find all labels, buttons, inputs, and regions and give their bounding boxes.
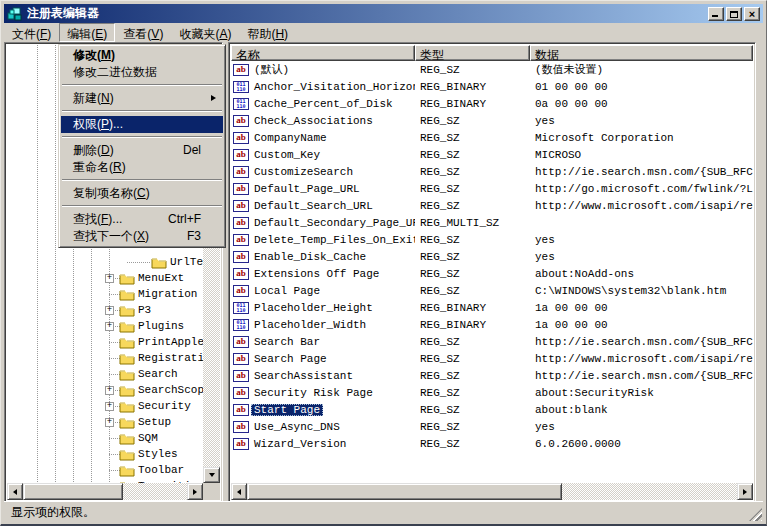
registry-value-row[interactable]: ab Default_Secondary_Page_URL REG_MULTI_… bbox=[231, 214, 753, 231]
scroll-right-button[interactable] bbox=[737, 483, 753, 500]
menubar-item-view[interactable]: 查看(V) bbox=[115, 23, 171, 42]
registry-value-row[interactable]: ab CompanyName REG_SZ Microsoft Corporat… bbox=[231, 129, 753, 146]
registry-value-row[interactable]: ab Start Page REG_SZ about:blank bbox=[231, 401, 753, 418]
expand-icon[interactable]: + bbox=[105, 322, 114, 331]
value-name[interactable]: Search Bar bbox=[251, 336, 323, 348]
expand-icon[interactable]: + bbox=[105, 274, 114, 283]
registry-value-row[interactable]: ab Delete_Temp_Files_On_Exit REG_SZ yes bbox=[231, 231, 753, 248]
expand-icon[interactable]: + bbox=[105, 386, 114, 395]
value-name[interactable]: Anchor_Visitation_Horizon bbox=[251, 81, 415, 93]
value-name[interactable]: Extensions Off Page bbox=[251, 268, 382, 280]
value-name[interactable]: Use_Async_DNS bbox=[251, 421, 343, 433]
menubar-item-help[interactable]: 帮助(H) bbox=[239, 23, 296, 42]
menu-item-new[interactable]: 新建(N) bbox=[61, 90, 223, 107]
menubar-item-file[interactable]: 文件(F) bbox=[4, 23, 59, 42]
menu-item-modify[interactable]: 修改(M) bbox=[61, 47, 223, 64]
registry-value-row[interactable]: ab Check_Associations REG_SZ yes bbox=[231, 112, 753, 129]
registry-value-row[interactable]: ab Local Page REG_SZ C:\WINDOWS\system32… bbox=[231, 282, 753, 299]
registry-value-row[interactable]: ab CustomizeSearch REG_SZ http://ie.sear… bbox=[231, 163, 753, 180]
scroll-right-button[interactable] bbox=[187, 483, 203, 500]
value-name[interactable]: Default_Secondary_Page_URL bbox=[251, 217, 415, 229]
scroll-down-button[interactable] bbox=[203, 467, 220, 483]
tree-item-search[interactable]: Search bbox=[7, 366, 203, 382]
menubar-item-edit[interactable]: 编辑(E) bbox=[59, 23, 115, 42]
registry-value-row[interactable]: ab Search Bar REG_SZ http://ie.search.ms… bbox=[231, 333, 753, 350]
tree-item-toolbar[interactable]: Toolbar bbox=[7, 462, 203, 478]
tree-item-menuext[interactable]: + MenuExt bbox=[7, 270, 203, 286]
string-value-icon: ab bbox=[233, 200, 249, 212]
registry-value-row[interactable]: 011110 Placeholder_Height REG_BINARY 1a … bbox=[231, 299, 753, 316]
registry-value-row[interactable]: ab Security Risk Page REG_SZ about:Secur… bbox=[231, 384, 753, 401]
menubar-item-favorites[interactable]: 收藏夹(A) bbox=[171, 23, 239, 42]
menu-item-find[interactable]: 查找(F)...Ctrl+F bbox=[61, 211, 223, 228]
value-name[interactable]: CompanyName bbox=[251, 132, 330, 144]
menu-item-modify-binary[interactable]: 修改二进位数据 bbox=[61, 64, 223, 81]
titlebar[interactable]: 注册表编辑器 bbox=[4, 4, 763, 23]
tree-item-plugins[interactable]: + Plugins bbox=[7, 318, 203, 334]
registry-value-row[interactable]: ab Custom_Key REG_SZ MICROSO bbox=[231, 146, 753, 163]
registry-value-row[interactable]: 011110 Anchor_Visitation_Horizon REG_BIN… bbox=[231, 78, 753, 95]
menu-item-permissions[interactable]: 权限(P)... bbox=[61, 116, 223, 133]
tree-item-searchscop[interactable]: + SearchScop bbox=[7, 382, 203, 398]
value-name[interactable]: Search Page bbox=[251, 353, 330, 365]
value-name[interactable]: SearchAssistant bbox=[251, 370, 356, 382]
value-name[interactable]: Cache_Percent_of_Disk bbox=[251, 98, 396, 110]
menu-item-delete[interactable]: 删除(D)Del bbox=[61, 142, 223, 159]
value-name[interactable]: CustomizeSearch bbox=[251, 166, 356, 178]
tree-item-urltemp[interactable]: UrlTemp bbox=[7, 254, 203, 270]
value-name[interactable]: Check_Associations bbox=[251, 115, 376, 127]
tree-item-printapple[interactable]: PrintApple bbox=[7, 334, 203, 350]
list-horizontal-scrollbar[interactable] bbox=[231, 483, 753, 500]
tree-item-migration[interactable]: Migration bbox=[7, 286, 203, 302]
maximize-button[interactable] bbox=[726, 7, 742, 21]
value-name[interactable]: Enable_Disk_Cache bbox=[251, 251, 369, 263]
value-name[interactable]: Placeholder_Height bbox=[251, 302, 376, 314]
values-list[interactable]: ab (默认) REG_SZ (数值未设置) 011110 Anchor_Vis… bbox=[231, 61, 753, 483]
resize-grip[interactable] bbox=[749, 508, 762, 521]
registry-value-row[interactable]: ab Search Page REG_SZ http://www.microso… bbox=[231, 350, 753, 367]
tree-item-security[interactable]: + Security bbox=[7, 398, 203, 414]
registry-value-row[interactable]: ab Enable_Disk_Cache REG_SZ yes bbox=[231, 248, 753, 265]
registry-value-row[interactable]: 011110 Placeholder_Width REG_BINARY 1a 0… bbox=[231, 316, 753, 333]
value-name[interactable]: Start Page bbox=[251, 404, 323, 416]
menu-item-copy-key-name[interactable]: 复制项名称(C) bbox=[61, 185, 223, 202]
horizontal-scroll-thumb[interactable] bbox=[23, 483, 123, 500]
menu-shortcut: Del bbox=[183, 142, 201, 159]
value-name[interactable]: Local Page bbox=[251, 285, 323, 297]
registry-value-row[interactable]: 011110 Cache_Percent_of_Disk REG_BINARY … bbox=[231, 95, 753, 112]
expand-icon[interactable]: + bbox=[105, 306, 114, 315]
expand-icon[interactable]: + bbox=[105, 402, 114, 411]
scroll-left-button[interactable] bbox=[7, 483, 23, 500]
scroll-left-button[interactable] bbox=[231, 483, 247, 500]
registry-value-row[interactable]: ab (默认) REG_SZ (数值未设置) bbox=[231, 61, 753, 78]
registry-value-row[interactable]: ab Wizard_Version REG_SZ 6.0.2600.0000 bbox=[231, 435, 753, 452]
value-name[interactable]: Wizard_Version bbox=[251, 438, 349, 450]
horizontal-scroll-thumb[interactable] bbox=[247, 483, 562, 500]
value-name[interactable]: (默认) bbox=[251, 62, 292, 77]
value-name[interactable]: Custom_Key bbox=[251, 149, 323, 161]
column-header-data[interactable]: 数据 bbox=[530, 45, 753, 61]
value-name[interactable]: Placeholder_Width bbox=[251, 319, 369, 331]
menu-item-rename[interactable]: 重命名(R) bbox=[61, 159, 223, 176]
column-header-name[interactable]: 名称 bbox=[231, 45, 415, 61]
registry-value-row[interactable]: ab Default_Search_URL REG_SZ http://www.… bbox=[231, 197, 753, 214]
close-button[interactable] bbox=[744, 7, 760, 21]
tree-item-p3[interactable]: + P3 bbox=[7, 302, 203, 318]
expand-icon[interactable]: + bbox=[105, 418, 114, 427]
value-name[interactable]: Security Risk Page bbox=[251, 387, 376, 399]
minimize-button[interactable] bbox=[708, 7, 724, 21]
tree-item-registrati[interactable]: Registrati bbox=[7, 350, 203, 366]
tree-item-styles[interactable]: Styles bbox=[7, 446, 203, 462]
menu-item-find-next[interactable]: 查找下一个(X)F3 bbox=[61, 228, 223, 245]
registry-value-row[interactable]: ab SearchAssistant REG_SZ http://ie.sear… bbox=[231, 367, 753, 384]
registry-value-row[interactable]: ab Extensions Off Page REG_SZ about:NoAd… bbox=[231, 265, 753, 282]
tree-item-setup[interactable]: + Setup bbox=[7, 414, 203, 430]
registry-value-row[interactable]: ab Default_Page_URL REG_SZ http://go.mic… bbox=[231, 180, 753, 197]
column-header-type[interactable]: 类型 bbox=[415, 45, 530, 61]
value-name[interactable]: Default_Search_URL bbox=[251, 200, 376, 212]
registry-value-row[interactable]: ab Use_Async_DNS REG_SZ yes bbox=[231, 418, 753, 435]
tree-horizontal-scrollbar[interactable] bbox=[7, 483, 203, 500]
tree-item-sqm[interactable]: SQM bbox=[7, 430, 203, 446]
value-name[interactable]: Delete_Temp_Files_On_Exit bbox=[251, 234, 415, 246]
value-name[interactable]: Default_Page_URL bbox=[251, 183, 363, 195]
